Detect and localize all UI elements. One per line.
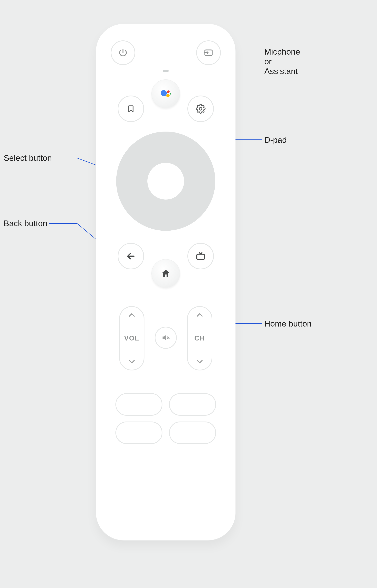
power-icon <box>118 48 128 58</box>
home-button[interactable] <box>152 259 180 288</box>
callout-dpad: D-pad <box>264 135 287 145</box>
gear-icon <box>196 104 206 114</box>
app-button-3[interactable] <box>116 421 163 444</box>
remote-body: VOL CH <box>96 24 236 540</box>
svg-point-3 <box>166 94 170 98</box>
mute-button[interactable] <box>155 327 177 349</box>
back-button[interactable] <box>118 243 144 270</box>
volume-rocker[interactable]: VOL <box>119 306 144 370</box>
app-button-1[interactable] <box>116 393 163 416</box>
chevron-down-icon <box>128 359 135 364</box>
callout-mic: Micphone or Assistant <box>264 47 300 76</box>
bookmark-icon <box>127 103 135 114</box>
chevron-up-icon <box>128 312 135 318</box>
power-button[interactable] <box>111 40 135 65</box>
tv-guide-icon <box>195 251 206 261</box>
callout-home: Home button <box>264 319 312 329</box>
home-icon <box>161 268 171 279</box>
svg-point-4 <box>170 93 171 95</box>
guide-button[interactable] <box>188 243 214 270</box>
svg-point-2 <box>167 90 170 93</box>
chevron-down-icon <box>196 359 203 364</box>
callout-select: Select button <box>4 153 52 163</box>
assistant-icon <box>159 87 172 100</box>
mute-icon <box>161 333 171 343</box>
input-button[interactable] <box>196 40 221 65</box>
channel-rocker[interactable]: CH <box>187 306 212 370</box>
callout-back: Back button <box>4 219 47 228</box>
svg-point-5 <box>199 108 202 110</box>
svg-rect-6 <box>197 254 204 259</box>
indicator-led <box>163 70 169 72</box>
volume-label: VOL <box>124 334 139 342</box>
assistant-button[interactable] <box>152 79 180 108</box>
input-icon <box>203 48 214 58</box>
arrow-left-icon <box>126 251 136 261</box>
app-button-4[interactable] <box>169 421 216 444</box>
svg-point-1 <box>161 90 167 96</box>
chevron-up-icon <box>196 312 203 318</box>
select-button[interactable] <box>147 163 184 199</box>
app-button-2[interactable] <box>169 393 216 416</box>
channel-label: CH <box>194 334 205 342</box>
settings-button[interactable] <box>188 96 214 122</box>
bookmark-button[interactable] <box>118 96 144 122</box>
